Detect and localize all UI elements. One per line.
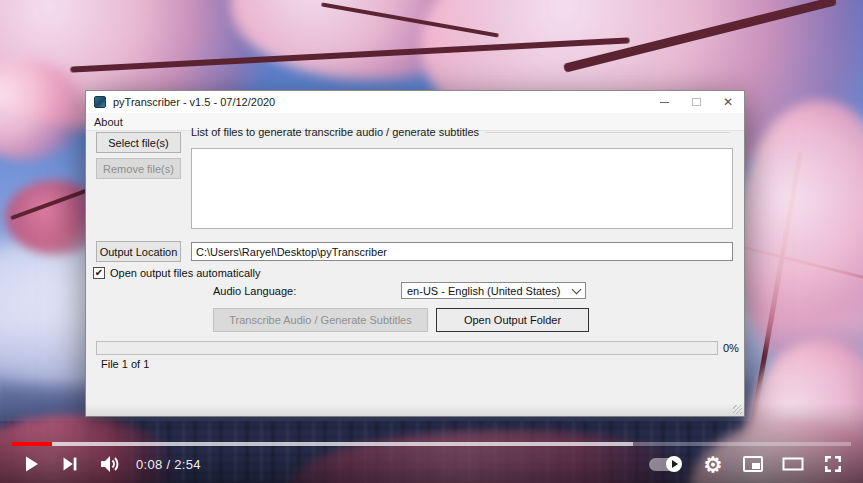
progress-percent-label: 0% bbox=[723, 342, 739, 354]
file-list-label-row: List of files to generate transcribe aud… bbox=[191, 126, 730, 138]
fullscreen-icon bbox=[821, 452, 845, 476]
fullscreen-button[interactable] bbox=[813, 445, 853, 483]
miniplayer-icon bbox=[741, 452, 765, 476]
autoplay-play-icon bbox=[672, 460, 678, 468]
minimize-button[interactable] bbox=[648, 91, 680, 113]
video-controls-bar: 0:08 / 2:54 ⚙ bbox=[0, 445, 863, 483]
audio-language-dropdown[interactable]: en-US - English (United States) bbox=[401, 282, 586, 299]
output-path-field[interactable] bbox=[191, 242, 733, 261]
next-icon bbox=[59, 453, 81, 475]
autoplay-toggle-track bbox=[649, 458, 681, 471]
window-titlebar[interactable]: pyTranscriber - v1.5 - 07/12/2020 ✕ bbox=[86, 91, 744, 113]
time-display: 0:08 / 2:54 bbox=[136, 457, 201, 472]
file-counter-label: File 1 of 1 bbox=[101, 358, 149, 370]
open-output-checkbox-label: Open output files automatically bbox=[110, 267, 260, 279]
settings-button[interactable]: ⚙ bbox=[693, 445, 733, 483]
autoplay-toggle-knob bbox=[666, 456, 682, 472]
output-location-button[interactable]: Output Location bbox=[96, 241, 181, 262]
minimize-icon bbox=[660, 102, 669, 103]
app-icon bbox=[94, 96, 106, 108]
maximize-button[interactable] bbox=[680, 91, 712, 113]
video-player: pyTranscriber - v1.5 - 07/12/2020 ✕ Abou… bbox=[0, 0, 863, 483]
audio-language-label: Audio Language: bbox=[213, 285, 296, 297]
autoplay-toggle[interactable] bbox=[643, 445, 693, 483]
miniplayer-button[interactable] bbox=[733, 445, 773, 483]
play-button[interactable] bbox=[10, 445, 50, 483]
open-output-checkbox-row[interactable]: ✔ Open output files automatically bbox=[93, 267, 260, 279]
file-list-box[interactable] bbox=[191, 148, 733, 229]
select-files-button[interactable]: Select file(s) bbox=[96, 132, 181, 153]
theater-mode-button[interactable] bbox=[773, 445, 813, 483]
transcription-progress-bar bbox=[96, 341, 718, 355]
remove-files-button: Remove file(s) bbox=[96, 158, 181, 179]
window-title: pyTranscriber - v1.5 - 07/12/2020 bbox=[113, 96, 275, 108]
group-rule bbox=[485, 132, 730, 133]
file-list-label: List of files to generate transcribe aud… bbox=[191, 126, 479, 138]
open-output-folder-button[interactable]: Open Output Folder bbox=[436, 308, 589, 332]
close-button[interactable]: ✕ bbox=[712, 91, 744, 113]
checkmark-icon: ✔ bbox=[95, 268, 103, 278]
volume-icon bbox=[98, 452, 122, 476]
pytranscriber-window: pyTranscriber - v1.5 - 07/12/2020 ✕ Abou… bbox=[85, 90, 745, 417]
open-output-checkbox[interactable]: ✔ bbox=[93, 267, 105, 279]
gear-icon: ⚙ bbox=[704, 454, 723, 475]
maximize-icon bbox=[692, 98, 701, 106]
theater-mode-icon bbox=[781, 452, 805, 476]
play-icon bbox=[18, 452, 42, 476]
audio-language-value: en-US - English (United States) bbox=[407, 285, 573, 297]
resize-grip[interactable] bbox=[733, 405, 742, 414]
next-button[interactable] bbox=[50, 445, 90, 483]
transcribe-button: Transcribe Audio / Generate Subtitles bbox=[213, 308, 428, 332]
close-icon: ✕ bbox=[723, 96, 733, 108]
menu-about[interactable]: About bbox=[86, 116, 131, 128]
chevron-down-icon bbox=[572, 284, 582, 294]
volume-button[interactable] bbox=[90, 445, 130, 483]
